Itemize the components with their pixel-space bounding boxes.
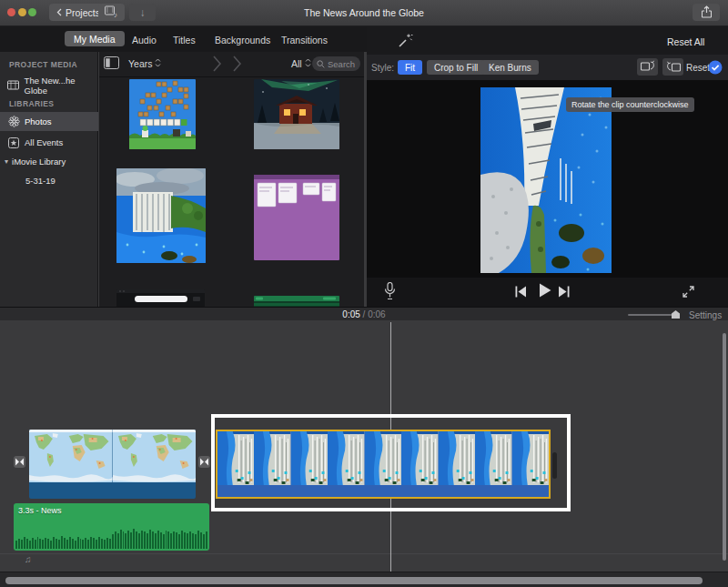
media-thumbnail-browser-dark[interactable] (116, 289, 205, 307)
audio-clip-news[interactable]: 3.3s - News (14, 503, 209, 551)
project-media-header: PROJECT MEDIA (9, 60, 77, 69)
settings-button[interactable]: Settings (689, 310, 722, 320)
media-thumbnail-purple-app[interactable] (254, 175, 339, 260)
timeline: 3.3s - News (0, 320, 728, 587)
project-clip-icon (7, 80, 20, 90)
sidebar-item-event-date[interactable]: 5-31-19 (0, 171, 98, 190)
breadcrumb-chevron-icon (212, 55, 222, 76)
window-title: The News Around the Globe (0, 7, 728, 18)
tab-transitions[interactable]: Transitions (281, 35, 328, 46)
filter-control[interactable]: All (291, 58, 311, 69)
sidebar-item-label: 5-31-19 (25, 176, 56, 186)
lane-separator (0, 553, 728, 554)
search-input[interactable] (328, 59, 359, 69)
updown-chevrons-icon (305, 58, 311, 69)
search-field[interactable] (312, 56, 360, 71)
rotate-clockwise-button[interactable] (662, 58, 683, 76)
total-time: 0:06 (368, 309, 385, 319)
rotate-tooltip: Rotate the clip counterclockwise (566, 97, 694, 112)
preview-rotated-clip (480, 87, 612, 273)
libraries-sidebar: PROJECT MEDIA The New...he Globe LIBRARI… (0, 52, 98, 307)
current-time: 0:05 (342, 309, 359, 319)
world-map-clip[interactable] (29, 430, 196, 499)
map-clip-frames (29, 430, 196, 482)
rotate-counterclockwise-button[interactable] (637, 58, 658, 76)
media-thumbnail-waterfall[interactable] (116, 168, 206, 263)
clip-trim-handle[interactable] (552, 452, 557, 479)
style-ken-burns-button[interactable]: Ken Burns (481, 60, 539, 75)
style-crop-to-fill-button[interactable]: Crop to Fill (427, 60, 485, 75)
style-fit-button[interactable]: Fit (398, 60, 422, 75)
selection-highlight-box (211, 414, 571, 511)
photos-flower-icon (7, 116, 20, 127)
sidebar-item-label: All Events (25, 137, 63, 147)
music-note-icon: ♫ (25, 554, 32, 564)
media-thumbnail-spreadsheet-green[interactable] (254, 296, 339, 307)
apply-check-button[interactable] (708, 60, 723, 78)
adjustments-toolbar: Reset All (367, 26, 728, 55)
zoom-slider[interactable] (628, 314, 675, 316)
time-display: 0:05 / 0:06 (0, 309, 728, 319)
sidebar-item-project[interactable]: The New...he Globe (0, 76, 98, 95)
titlebar: Projects ♪ ↓ The News Around the Globe (0, 0, 728, 26)
media-thumbnail-cabin[interactable] (254, 79, 339, 149)
updown-chevrons-icon (155, 58, 161, 69)
rotate-counterclockwise-icon (641, 59, 655, 76)
tab-my-media[interactable]: My Media (65, 31, 125, 46)
crop-style-bar: Style: Fit Crop to Fill Ken Burns Reset (367, 55, 728, 81)
reset-all-button[interactable]: Reset All (667, 36, 704, 47)
toggle-sidebar-button[interactable] (104, 56, 119, 73)
disclosure-triangle-icon[interactable]: ▾ (5, 157, 8, 166)
media-browser: Years All (99, 52, 364, 307)
share-icon (701, 5, 713, 20)
search-icon (317, 56, 325, 71)
enhance-magic-wand-icon[interactable] (398, 33, 413, 52)
share-button[interactable] (693, 4, 720, 21)
sidebar-item-photos[interactable]: Photos (0, 112, 98, 131)
transport-bar (367, 278, 728, 307)
media-thumbnail-game[interactable] (129, 79, 196, 149)
tab-titles[interactable]: Titles (173, 35, 196, 46)
sidebar-item-label: Photos (25, 116, 52, 127)
reset-button[interactable]: Reset (686, 63, 710, 73)
star-badge-icon (7, 137, 20, 148)
breadcrumb-chevron-icon (232, 55, 242, 76)
viewer: Rotate the clip counterclockwise (367, 81, 728, 278)
media-tabbar: My Media Audio Titles Backgrounds Transi… (0, 26, 367, 52)
audio-waveform (15, 521, 207, 549)
tab-backgrounds[interactable]: Backgrounds (215, 35, 270, 46)
browser-toolbar: Years All (99, 52, 364, 77)
libraries-header: LIBRARIES (9, 99, 54, 108)
tab-audio[interactable]: Audio (132, 35, 157, 46)
transition-left-icon[interactable] (14, 456, 25, 468)
sidebar-item-all-events[interactable]: All Events (0, 133, 98, 152)
rotate-clockwise-icon (666, 61, 681, 73)
voiceover-mic-button[interactable] (384, 282, 396, 304)
sidebar-item-imovie-library[interactable]: ▾ iMovie Library (0, 152, 98, 171)
group-by-control[interactable]: Years (128, 58, 161, 69)
fullscreen-icon[interactable] (682, 285, 694, 301)
vertical-scrollbar[interactable] (723, 333, 726, 561)
previous-frame-button[interactable] (515, 285, 526, 301)
next-frame-button[interactable] (559, 285, 570, 301)
transition-right-icon[interactable] (198, 456, 210, 468)
imovie-window: Projects ♪ ↓ The News Around the Globe M… (0, 0, 728, 587)
sidebar-item-label: iMovie Library (12, 157, 66, 167)
play-button[interactable] (539, 283, 551, 301)
horizontal-scrollbar-thumb[interactable] (5, 577, 703, 584)
sidebar-item-label: The New...he Globe (25, 76, 98, 96)
style-label: Style: (371, 63, 394, 73)
horizontal-scrollbar-track (0, 572, 728, 587)
audio-clip-label: 3.3s - News (18, 506, 62, 515)
